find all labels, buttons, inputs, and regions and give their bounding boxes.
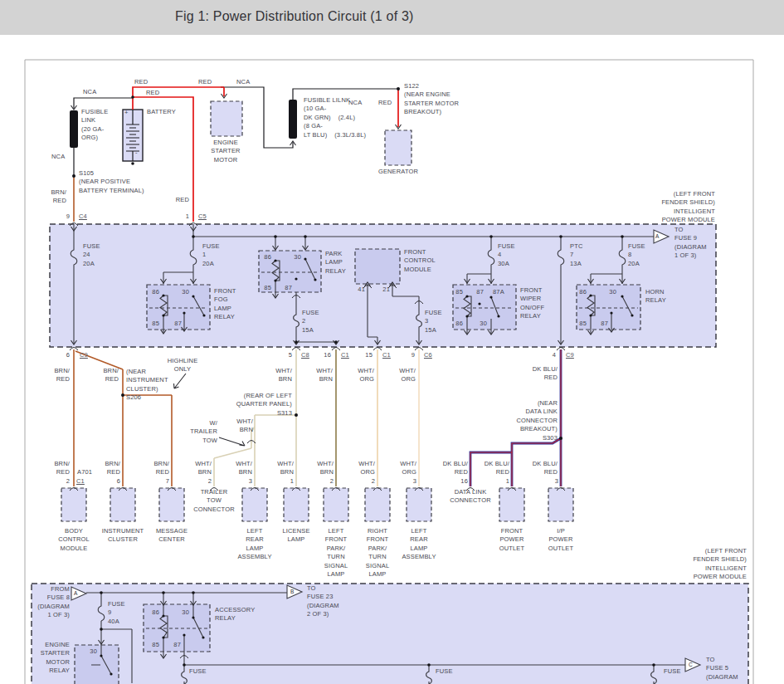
pin-3-lrla1: 3 xyxy=(249,477,252,486)
wiper-relay-pin-86: 86 xyxy=(455,320,463,328)
wire-whtorg-row-b1: WHT/ ORG xyxy=(358,460,375,477)
pin-2-trailer: 2 xyxy=(208,477,212,486)
fcm-pin-41: 41 xyxy=(358,286,365,294)
connector-c1-a[interactable]: C1 xyxy=(341,351,349,359)
fuse-4-label: FUSE 4 30A xyxy=(498,242,515,268)
license-lamp-label: LICENSE LAMP xyxy=(282,527,309,545)
pin-3-lrla2: 3 xyxy=(413,477,416,486)
pin-1-fpo: 1 xyxy=(506,477,509,486)
fog-relay-label: FRONT FOG LAMP RELAY xyxy=(214,287,236,322)
diagram-labels: NCAREDREDREDNCANCAREDFUSIBLE LINK (20 GA… xyxy=(0,0,784,684)
park-relay-label: PARK LAMP RELAY xyxy=(325,250,346,276)
connector-c6[interactable]: C6 xyxy=(424,351,432,359)
exit-pin-16: 16 xyxy=(324,351,331,359)
from-fuse-8-label: FROM FUSE 8 (DIAGRAM 1 OF 3) xyxy=(37,585,70,620)
exit-pin-6: 6 xyxy=(66,351,70,359)
horn-relay-pin-86: 86 xyxy=(579,288,587,296)
wire-brnred-row-b1: BRN/ RED xyxy=(54,460,70,477)
pin-2-rf: 2 xyxy=(372,477,375,486)
esm-relay-pin-30: 30 xyxy=(90,647,97,656)
data-link-connector-label: DATA LINK CONNECTOR xyxy=(450,488,491,506)
fog-relay-pin-86: 86 xyxy=(152,288,159,296)
triangle-c-letter: C xyxy=(689,662,693,667)
wire-whtorg-row-b2: WHT/ ORG xyxy=(400,460,416,477)
pin-3-ipo: 3 xyxy=(555,477,558,486)
wiper-relay-pin-87a: 87A xyxy=(493,288,504,296)
fog-relay-pin-30: 30 xyxy=(182,288,189,296)
exit-pin-4: 4 xyxy=(553,351,556,359)
connector-c9-b[interactable]: C9 xyxy=(566,351,574,359)
w-trailer-tow-label: W/ TRAILER TOW xyxy=(190,419,217,445)
wiper-relay-label: FRONT WIPER ON/OFF RELAY xyxy=(520,286,544,321)
horn-relay-label: HORN RELAY xyxy=(645,288,666,305)
fog-relay-pin-87: 87 xyxy=(174,320,182,328)
engine-starter-motor-label: ENGINE STARTER MOTOR xyxy=(211,139,240,164)
battery-label: BATTERY xyxy=(147,108,176,116)
horn-relay-pin-87: 87 xyxy=(601,320,608,328)
esm-relay-label: ENGINE STARTER MOTOR RELAY xyxy=(41,641,70,676)
fuse-9-label: FUSE 9 40A xyxy=(108,600,125,626)
ptc-7-label: PTC 7 13A xyxy=(570,242,582,268)
splice-s105-label: S105 (NEAR POSITIVE BATTERY TERMINAL) xyxy=(79,169,144,195)
pin-2-bcm: 2 xyxy=(66,477,70,486)
pin-1-license: 1 xyxy=(290,477,294,486)
wire-whtbrn-row-b1: WHT/ BRN xyxy=(195,460,212,477)
wire-whtbrn-row-b3: WHT/ BRN xyxy=(277,460,294,477)
wire-dkblured-row-a: DK BLU/ RED xyxy=(533,365,558,383)
connector-a701: A701 xyxy=(77,468,92,476)
wire-brnred-row-a1: BRN/ RED xyxy=(54,367,70,384)
fuse-bottom-2-label: FUSE xyxy=(436,667,453,676)
wiper-relay-pin-30: 30 xyxy=(480,320,487,328)
wire-dkblured-row-b3: DK BLU/ RED xyxy=(533,460,558,477)
park-relay-pin-86: 86 xyxy=(264,253,271,261)
accessory-relay-label: ACCESSORY RELAY xyxy=(215,606,255,623)
wire-brnred-row-b3: BRN/ RED xyxy=(153,460,169,477)
ip-power-outlet-label: I/P POWER OUTLET xyxy=(548,527,574,553)
wire-brnred-row-b2: BRN/ RED xyxy=(105,460,120,477)
wire-whtbrn-row-a2: WHT/ BRN xyxy=(316,367,333,384)
wiring-diagram-page: { "header": { "title": "Fig 1: Power Dis… xyxy=(0,0,784,684)
wire-whtbrn-row-a1: WHT/ BRN xyxy=(275,367,292,384)
wire-brnred-row-a2: BRN/ RED xyxy=(103,367,119,384)
to-fuse-5-label: TO FUSE 5 (DIAGRAM xyxy=(706,656,738,682)
lf-park-turn-label: LEFT FRONT PARK/ TURN SIGNAL LAMP xyxy=(324,527,348,579)
rf-park-turn-label: RIGHT FRONT PARK/ TURN SIGNAL LAMP xyxy=(366,527,389,579)
wire-red-battery-2: RED xyxy=(146,89,159,97)
connector-c5[interactable]: C5 xyxy=(198,213,207,221)
acc-relay-pin-30: 30 xyxy=(182,608,189,617)
ipm2-label: (LEFT FRONT FENDER SHIELD) INTELLIGENT P… xyxy=(693,547,747,582)
fuse-2-label: FUSE 2 15A xyxy=(302,309,319,335)
wiper-relay-pin-85: 85 xyxy=(455,288,463,296)
wire-nca-below-link: NCA xyxy=(51,153,65,161)
pin-7-message: 7 xyxy=(166,477,169,486)
acc-relay-pin-87: 87 xyxy=(173,641,181,649)
connector-c9[interactable]: C9 xyxy=(80,351,88,359)
connector-c8[interactable]: C8 xyxy=(301,351,309,359)
battery-plus: + xyxy=(124,109,129,117)
trailer-tow-connector-label: TRAILER TOW CONNECTOR xyxy=(193,488,235,514)
horn-relay-pin-30: 30 xyxy=(609,288,616,296)
fuse-bottom-3-label: FUSE xyxy=(664,667,681,676)
park-relay-pin-87: 87 xyxy=(285,284,292,292)
fusible-link-1-label: FUSIBLE LINK (20 GA- ORG) xyxy=(81,108,108,143)
exit-pin-9b: 9 xyxy=(411,351,415,359)
fuse-8-label: FUSE 8 20A xyxy=(628,242,645,268)
wire-nca-mid: NCA xyxy=(236,78,250,86)
to-fuse-23-label: TO FUSE 23 (DIAGRAM 2 OF 3) xyxy=(307,584,339,619)
pin-2-lf: 2 xyxy=(330,477,334,486)
fuse-bottom-1-label: FUSE xyxy=(189,667,207,676)
instrument-cluster-label: INSTRUMENT CLUSTER xyxy=(102,527,144,545)
wire-nca-top-left: NCA xyxy=(83,88,96,96)
left-rear-lamp-2-label: LEFT REAR LAMP ASSEMBLY xyxy=(402,527,436,562)
connector-c4[interactable]: C4 xyxy=(79,213,87,221)
ipm1-label: (LEFT FRONT FENDER SHIELD) INTELLIGENT P… xyxy=(661,190,715,225)
left-rear-lamp-1-label: LEFT REAR LAMP ASSEMBLY xyxy=(237,527,271,562)
wire-red-c5: RED xyxy=(176,196,189,204)
splice-s303-label: (NEAR DATA LINK CONNECTOR BREAKOUT) S303 xyxy=(516,399,558,442)
fog-relay-pin-85: 85 xyxy=(152,320,159,328)
exit-pin-5: 5 xyxy=(289,351,292,359)
generator-label: GENERATOR xyxy=(378,168,418,176)
connector-c1-b[interactable]: C1 xyxy=(382,351,391,359)
connector-c1-bcm[interactable]: C1 xyxy=(76,477,85,486)
wire-whtorg-row-a1: WHT/ ORG xyxy=(358,367,374,384)
